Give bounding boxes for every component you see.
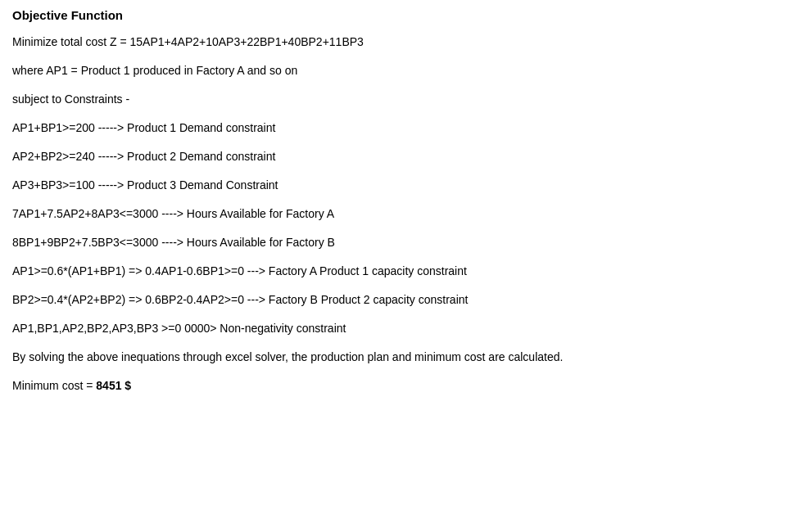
minimize-line: Minimize total cost Z = 15AP1+4AP2+10AP3… [12, 34, 785, 51]
minimum-cost-line: Minimum cost = 8451 $ [12, 377, 785, 394]
constraint-3: AP3+BP3>=100 -----> Product 3 Demand Con… [12, 177, 785, 194]
where-line: where AP1 = Product 1 produced in Factor… [12, 62, 785, 79]
content-area: Objective Function Minimize total cost Z… [12, 8, 785, 394]
objective-function-title: Objective Function [12, 8, 785, 22]
constraint-8: AP1,BP1,AP2,BP2,AP3,BP3 >=0 0000> Non-ne… [12, 320, 785, 337]
constraint-7: BP2>=0.4*(AP2+BP2) => 0.6BP2-0.4AP2>=0 -… [12, 291, 785, 309]
constraint-6: AP1>=0.6*(AP1+BP1) => 0.4AP1-0.6BP1>=0 -… [12, 263, 785, 280]
constraint-2: AP2+BP2>=240 -----> Product 2 Demand con… [12, 148, 785, 165]
subject-to-line: subject to Constraints - [12, 91, 785, 108]
constraint-4: 7AP1+7.5AP2+8AP3<=3000 ----> Hours Avail… [12, 205, 785, 223]
minimum-cost-label: Minimum cost = [12, 379, 96, 392]
constraint-5: 8BP1+9BP2+7.5BP3<=3000 ----> Hours Avail… [12, 234, 785, 251]
minimum-cost-value: 8451 $ [96, 379, 131, 392]
constraint-1: AP1+BP1>=200 -----> Product 1 Demand con… [12, 119, 785, 137]
solving-line: By solving the above inequations through… [12, 349, 785, 366]
